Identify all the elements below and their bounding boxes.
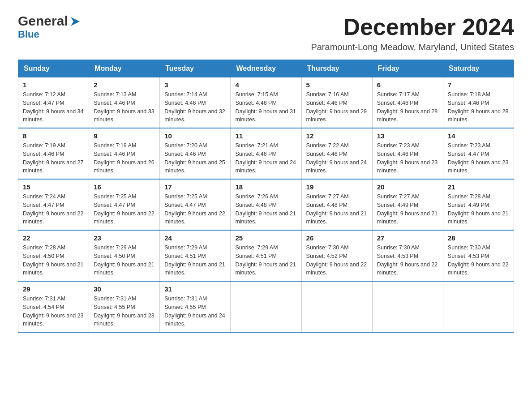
- day-info: Sunrise: 7:31 AMSunset: 4:55 PMDaylight:…: [164, 295, 226, 328]
- day-info: Sunrise: 7:23 AMSunset: 4:47 PMDaylight:…: [448, 141, 509, 175]
- calendar-day-cell: 23Sunrise: 7:29 AMSunset: 4:50 PMDayligh…: [89, 230, 160, 281]
- day-number: 5: [306, 81, 368, 89]
- calendar-day-cell: 17Sunrise: 7:25 AMSunset: 4:47 PMDayligh…: [160, 179, 231, 230]
- calendar-day-cell: 6Sunrise: 7:17 AMSunset: 4:46 PMDaylight…: [372, 77, 443, 128]
- day-number: 1: [23, 81, 84, 89]
- calendar-day-cell: 1Sunrise: 7:12 AMSunset: 4:47 PMDaylight…: [18, 77, 89, 128]
- day-number: 4: [235, 81, 296, 89]
- day-info: Sunrise: 7:16 AMSunset: 4:46 PMDaylight:…: [306, 90, 368, 124]
- day-number: 28: [448, 234, 509, 242]
- page-container: General Blue December 2024 Paramount-Lon…: [18, 13, 514, 333]
- day-number: 31: [164, 285, 226, 293]
- day-info: Sunrise: 7:25 AMSunset: 4:47 PMDaylight:…: [94, 193, 155, 226]
- day-info: Sunrise: 7:29 AMSunset: 4:51 PMDaylight:…: [235, 244, 296, 277]
- day-info: Sunrise: 7:19 AMSunset: 4:46 PMDaylight:…: [94, 141, 155, 175]
- calendar-day-cell: 30Sunrise: 7:31 AMSunset: 4:55 PMDayligh…: [89, 281, 160, 332]
- calendar-day-cell: [301, 281, 372, 332]
- calendar-day-cell: 2Sunrise: 7:13 AMSunset: 4:46 PMDaylight…: [89, 77, 160, 128]
- day-info: Sunrise: 7:27 AMSunset: 4:49 PMDaylight:…: [377, 193, 438, 226]
- calendar-day-cell: 13Sunrise: 7:23 AMSunset: 4:46 PMDayligh…: [372, 128, 443, 179]
- calendar-day-cell: 10Sunrise: 7:20 AMSunset: 4:46 PMDayligh…: [160, 128, 231, 179]
- day-number: 11: [235, 132, 296, 140]
- day-info: Sunrise: 7:20 AMSunset: 4:46 PMDaylight:…: [164, 141, 226, 175]
- day-info: Sunrise: 7:22 AMSunset: 4:46 PMDaylight:…: [306, 141, 368, 175]
- day-info: Sunrise: 7:25 AMSunset: 4:47 PMDaylight:…: [164, 193, 226, 226]
- logo-general-line: General: [18, 13, 82, 29]
- day-info: Sunrise: 7:17 AMSunset: 4:46 PMDaylight:…: [377, 90, 438, 124]
- day-info: Sunrise: 7:21 AMSunset: 4:46 PMDaylight:…: [235, 141, 296, 175]
- day-of-week-header: Wednesday: [231, 60, 301, 77]
- day-number: 16: [94, 183, 155, 191]
- calendar-day-cell: 7Sunrise: 7:18 AMSunset: 4:46 PMDaylight…: [443, 77, 514, 128]
- day-info: Sunrise: 7:29 AMSunset: 4:50 PMDaylight:…: [94, 244, 155, 277]
- calendar-day-cell: 29Sunrise: 7:31 AMSunset: 4:54 PMDayligh…: [18, 281, 89, 332]
- calendar-week-row: 15Sunrise: 7:24 AMSunset: 4:47 PMDayligh…: [18, 179, 514, 230]
- calendar-day-cell: 12Sunrise: 7:22 AMSunset: 4:46 PMDayligh…: [301, 128, 372, 179]
- day-number: 19: [306, 183, 368, 191]
- day-number: 22: [23, 234, 84, 242]
- calendar-day-cell: 26Sunrise: 7:30 AMSunset: 4:52 PMDayligh…: [301, 230, 372, 281]
- day-number: 21: [448, 183, 509, 191]
- day-number: 17: [164, 183, 226, 191]
- day-info: Sunrise: 7:24 AMSunset: 4:47 PMDaylight:…: [23, 193, 84, 226]
- day-number: 23: [94, 234, 155, 242]
- day-number: 3: [164, 81, 226, 89]
- calendar-week-row: 8Sunrise: 7:19 AMSunset: 4:46 PMDaylight…: [18, 128, 514, 179]
- calendar-day-cell: [443, 281, 514, 332]
- day-of-week-header: Sunday: [18, 60, 89, 77]
- calendar-day-cell: 21Sunrise: 7:28 AMSunset: 4:49 PMDayligh…: [443, 179, 514, 230]
- header: General Blue December 2024 Paramount-Lon…: [18, 13, 514, 52]
- calendar-day-cell: 19Sunrise: 7:27 AMSunset: 4:48 PMDayligh…: [301, 179, 372, 230]
- day-number: 12: [306, 132, 368, 140]
- day-info: Sunrise: 7:30 AMSunset: 4:53 PMDaylight:…: [448, 244, 509, 277]
- day-info: Sunrise: 7:26 AMSunset: 4:48 PMDaylight:…: [235, 193, 296, 226]
- logo: General Blue: [18, 13, 82, 40]
- day-number: 26: [306, 234, 368, 242]
- calendar-day-cell: 18Sunrise: 7:26 AMSunset: 4:48 PMDayligh…: [231, 179, 301, 230]
- day-number: 13: [377, 132, 438, 140]
- month-title: December 2024: [311, 13, 514, 40]
- day-info: Sunrise: 7:18 AMSunset: 4:46 PMDaylight:…: [448, 90, 509, 124]
- calendar-day-cell: 11Sunrise: 7:21 AMSunset: 4:46 PMDayligh…: [231, 128, 301, 179]
- day-info: Sunrise: 7:30 AMSunset: 4:53 PMDaylight:…: [377, 244, 438, 277]
- day-number: 15: [23, 183, 84, 191]
- day-number: 9: [94, 132, 155, 140]
- day-number: 24: [164, 234, 226, 242]
- calendar-day-cell: 5Sunrise: 7:16 AMSunset: 4:46 PMDaylight…: [301, 77, 372, 128]
- logo-general: General: [18, 13, 68, 29]
- day-info: Sunrise: 7:14 AMSunset: 4:46 PMDaylight:…: [164, 90, 226, 124]
- day-of-week-header: Tuesday: [160, 60, 231, 77]
- calendar-day-cell: [372, 281, 443, 332]
- calendar-day-cell: 31Sunrise: 7:31 AMSunset: 4:55 PMDayligh…: [160, 281, 231, 332]
- subtitle: Paramount-Long Meadow, Maryland, United …: [311, 42, 514, 52]
- calendar-day-cell: 22Sunrise: 7:28 AMSunset: 4:50 PMDayligh…: [18, 230, 89, 281]
- day-number: 29: [23, 285, 84, 293]
- day-info: Sunrise: 7:15 AMSunset: 4:46 PMDaylight:…: [235, 90, 296, 124]
- calendar-day-cell: 15Sunrise: 7:24 AMSunset: 4:47 PMDayligh…: [18, 179, 89, 230]
- day-info: Sunrise: 7:29 AMSunset: 4:51 PMDaylight:…: [164, 244, 226, 277]
- day-of-week-header: Monday: [89, 60, 160, 77]
- logo-blue-text: Blue: [18, 29, 39, 40]
- day-info: Sunrise: 7:23 AMSunset: 4:46 PMDaylight:…: [377, 141, 438, 175]
- day-number: 27: [377, 234, 438, 242]
- day-info: Sunrise: 7:27 AMSunset: 4:48 PMDaylight:…: [306, 193, 368, 226]
- calendar-header-row: SundayMondayTuesdayWednesdayThursdayFrid…: [18, 60, 514, 77]
- calendar-day-cell: 16Sunrise: 7:25 AMSunset: 4:47 PMDayligh…: [89, 179, 160, 230]
- day-number: 18: [235, 183, 296, 191]
- calendar-table: SundayMondayTuesdayWednesdayThursdayFrid…: [18, 60, 514, 333]
- calendar-day-cell: 25Sunrise: 7:29 AMSunset: 4:51 PMDayligh…: [231, 230, 301, 281]
- day-number: 25: [235, 234, 296, 242]
- calendar-day-cell: 4Sunrise: 7:15 AMSunset: 4:46 PMDaylight…: [231, 77, 301, 128]
- day-of-week-header: Saturday: [443, 60, 514, 77]
- day-info: Sunrise: 7:19 AMSunset: 4:46 PMDaylight:…: [23, 141, 84, 175]
- day-info: Sunrise: 7:28 AMSunset: 4:49 PMDaylight:…: [448, 193, 509, 226]
- calendar-day-cell: 20Sunrise: 7:27 AMSunset: 4:49 PMDayligh…: [372, 179, 443, 230]
- logo-arrow-icon: [69, 15, 82, 28]
- day-number: 8: [23, 132, 84, 140]
- day-of-week-header: Friday: [372, 60, 443, 77]
- calendar-day-cell: 14Sunrise: 7:23 AMSunset: 4:47 PMDayligh…: [443, 128, 514, 179]
- day-number: 30: [94, 285, 155, 293]
- day-of-week-header: Thursday: [301, 60, 372, 77]
- logo-blue-line: Blue: [18, 29, 39, 40]
- calendar-day-cell: 27Sunrise: 7:30 AMSunset: 4:53 PMDayligh…: [372, 230, 443, 281]
